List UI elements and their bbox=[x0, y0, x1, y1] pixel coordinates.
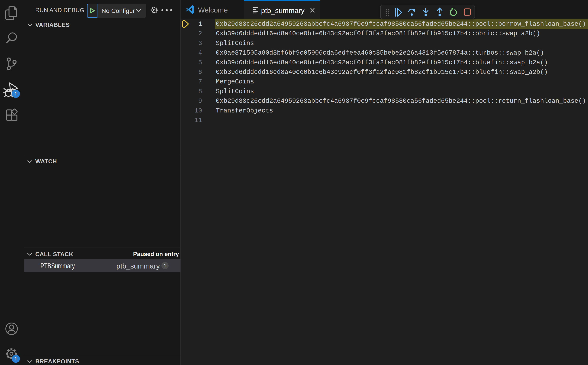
svg-text:1: 1 bbox=[14, 91, 17, 97]
